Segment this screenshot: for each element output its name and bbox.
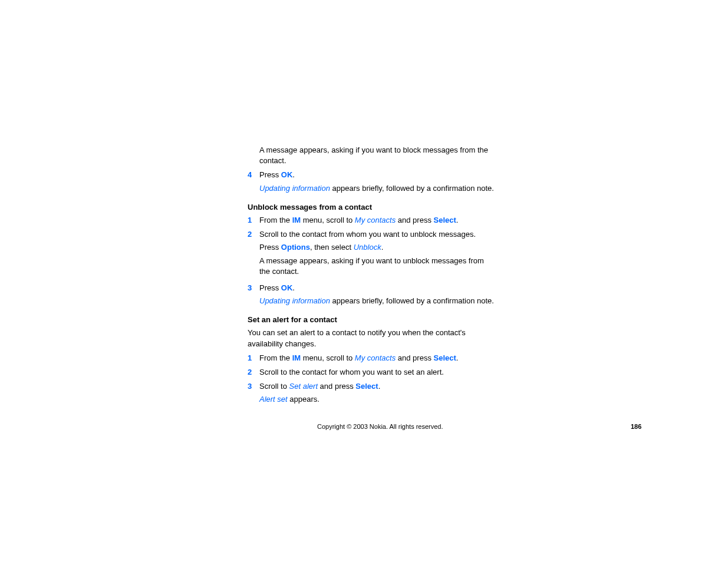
text: , then select <box>310 243 354 252</box>
text: . <box>292 283 295 292</box>
options-label: Options <box>281 243 310 252</box>
text: appears. <box>288 395 319 404</box>
text: Press <box>259 243 281 252</box>
text: From the <box>259 353 292 362</box>
text: menu, scroll to <box>301 353 355 362</box>
text: appears briefly, followed by a confirmat… <box>330 296 494 305</box>
step-text: Scroll to the contact for whom you want … <box>259 367 495 378</box>
note: Alert set appears. <box>259 394 495 405</box>
step-number: 2 <box>248 229 259 279</box>
text: . <box>456 216 459 224</box>
select-label: Select <box>434 216 456 224</box>
text: From the <box>259 216 292 224</box>
text: appears briefly, followed by a confirmat… <box>330 184 494 193</box>
my-contacts-label: My contacts <box>355 216 396 224</box>
text: Press <box>259 170 281 179</box>
step-number: 1 <box>248 215 259 226</box>
im-label: IM <box>292 216 301 224</box>
ok-label: OK <box>281 170 293 179</box>
step-number: 3 <box>248 381 259 407</box>
step-number: 3 <box>248 283 259 309</box>
step-number: 2 <box>248 367 259 378</box>
unblock-label: Unblock <box>354 243 381 252</box>
step-number: 4 <box>248 170 259 196</box>
text: Press <box>259 283 281 292</box>
unblock-step-2: 2 Scroll to the contact from whom you wa… <box>248 229 495 279</box>
text: . <box>378 382 381 391</box>
text: . <box>456 353 459 362</box>
text: . <box>292 170 295 179</box>
text: Scroll to <box>259 382 289 391</box>
alert-step-3: 3 Scroll to Set alert and press Select. … <box>248 381 495 407</box>
step-text: Scroll to the contact from whom you want… <box>259 229 495 279</box>
page-content: A message appears, asking if you want to… <box>248 145 495 411</box>
updating-info: Updating information <box>259 184 330 193</box>
select-label: Select <box>355 382 378 391</box>
unblock-step-3: 3 Press OK. Updating information appears… <box>248 283 495 309</box>
updating-info: Updating information <box>259 296 330 305</box>
text: and press <box>396 353 433 362</box>
text: A message appears, asking if you want to… <box>259 256 495 277</box>
step-text: From the IM menu, scroll to My contacts … <box>259 353 495 363</box>
heading-alert: Set an alert for a contact <box>248 315 495 325</box>
text: and press <box>396 216 433 224</box>
select-label: Select <box>434 353 456 362</box>
text: Press Options, then select Unblock. <box>259 242 495 253</box>
page-number: 186 <box>631 423 641 430</box>
unblock-step-1: 1 From the IM menu, scroll to My contact… <box>248 215 495 226</box>
alert-set-label: Alert set <box>259 395 288 404</box>
step-text: Press OK. Updating information appears b… <box>259 283 495 309</box>
text: . <box>381 243 384 252</box>
text: menu, scroll to <box>301 216 355 224</box>
my-contacts-label: My contacts <box>355 353 396 362</box>
set-alert-label: Set alert <box>289 382 318 391</box>
text: Scroll to the contact from whom you want… <box>259 229 495 240</box>
text: and press <box>318 382 355 391</box>
step-text: Scroll to Set alert and press Select. Al… <box>259 381 495 407</box>
alert-step-1: 1 From the IM menu, scroll to My contact… <box>248 353 495 363</box>
heading-unblock: Unblock messages from a contact <box>248 202 495 213</box>
copyright-text: Copyright © 2003 Nokia. All rights reser… <box>317 423 443 430</box>
step-number: 1 <box>248 353 259 363</box>
alert-intro: You can set an alert to a contact to not… <box>248 328 495 349</box>
note: Updating information appears briefly, fo… <box>259 296 495 306</box>
step-text: From the IM menu, scroll to My contacts … <box>259 215 495 226</box>
intro-paragraph: A message appears, asking if you want to… <box>259 145 495 166</box>
ok-label: OK <box>281 283 293 292</box>
step-4: 4 Press OK. Updating information appears… <box>248 170 495 196</box>
alert-step-2: 2 Scroll to the contact for whom you wan… <box>248 367 495 378</box>
note: Updating information appears briefly, fo… <box>259 183 495 194</box>
im-label: IM <box>292 353 301 362</box>
step-text: Press OK. Updating information appears b… <box>259 170 495 196</box>
